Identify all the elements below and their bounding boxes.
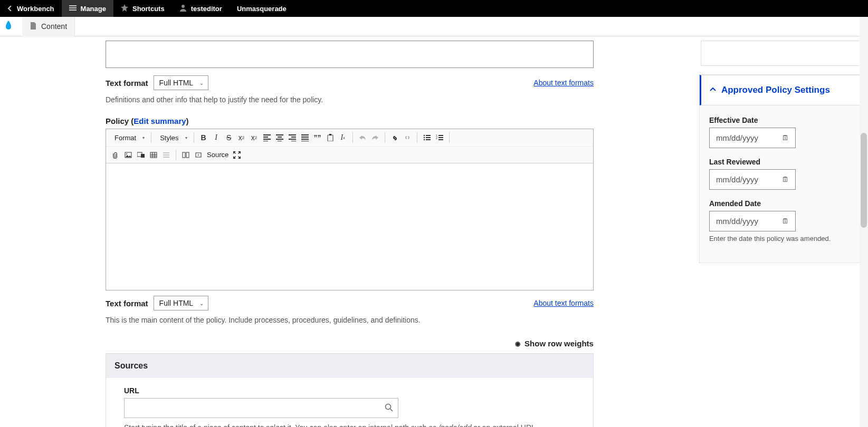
blockquote-button[interactable]: ”” [311, 131, 324, 144]
image-button[interactable] [122, 149, 135, 161]
subscript-button[interactable]: x2 [248, 131, 261, 144]
effective-date-input[interactable]: mm/dd/yyyy 🗓 [709, 128, 796, 148]
italic-button[interactable]: I [210, 131, 223, 144]
chevron-up-icon [710, 85, 716, 95]
effective-date-label: Effective Date [709, 116, 858, 124]
unlink-button[interactable] [401, 131, 414, 144]
bold-button[interactable]: B [197, 131, 210, 144]
content-link[interactable]: Content [22, 17, 75, 36]
redo-button[interactable] [369, 131, 381, 144]
calendar-icon: 🗓 [782, 134, 789, 142]
separator [194, 132, 194, 143]
svg-rect-14 [186, 152, 189, 158]
attachment-button[interactable] [109, 149, 122, 161]
chevron-down-icon: ⌄ [199, 80, 204, 86]
sources-header: Sources [106, 353, 594, 378]
url-help-text: Start typing the title of a piece of con… [124, 423, 575, 427]
link-button[interactable] [388, 131, 401, 144]
policy-field-label: Policy (Edit summary) [106, 117, 594, 125]
url-field-label: URL [124, 386, 575, 395]
main-form: Text format Full HTML ⌄ About text forma… [106, 41, 594, 427]
bullet-list-button[interactable] [421, 131, 433, 144]
star-icon [121, 4, 128, 13]
approved-policy-panel: Approved Policy Settings Effective Date … [699, 74, 868, 263]
policy-richtext-editor: Format Styles B I S x2 x2 ”” Ix [106, 129, 594, 290]
svg-point-4 [423, 137, 424, 138]
last-reviewed-label: Last Reviewed [709, 158, 858, 166]
amended-date-input[interactable]: mm/dd/yyyy 🗓 [709, 211, 796, 231]
definitions-help: Definitions and other info that help to … [106, 95, 594, 104]
svg-rect-2 [329, 134, 331, 135]
last-reviewed-input[interactable]: mm/dd/yyyy 🗓 [709, 169, 796, 190]
styles-dropdown[interactable]: Styles [155, 132, 190, 144]
approved-policy-toggle[interactable]: Approved Policy Settings [700, 75, 867, 105]
show-row-weights-toggle[interactable]: ◉ Show row weights [106, 339, 594, 348]
text-format-select-2[interactable]: Full HTML ⌄ [154, 296, 209, 310]
svg-rect-13 [183, 152, 185, 158]
user-tab[interactable]: testeditor [172, 0, 230, 17]
text-format-value-2: Full HTML [159, 299, 194, 307]
manage-tab[interactable]: Manage [62, 0, 113, 17]
sources-body: URL Start typing the title of a piece of… [106, 378, 594, 427]
editor-toolbar: Format Styles B I S x2 x2 ”” Ix [106, 129, 593, 163]
remove-format-button[interactable]: Ix [337, 131, 349, 144]
strikethrough-button[interactable]: S [223, 131, 235, 144]
calendar-icon: 🗓 [782, 176, 789, 183]
undo-button[interactable] [356, 131, 369, 144]
about-text-formats-1[interactable]: About text formats [533, 79, 594, 87]
svg-point-3 [423, 135, 424, 136]
hamburger-icon [69, 4, 77, 13]
text-format-select-1[interactable]: Full HTML ⌄ [154, 75, 209, 90]
about-text-formats-2[interactable]: About text formats [533, 299, 594, 307]
drupal-icon[interactable] [4, 21, 13, 33]
text-format-value-1: Full HTML [159, 79, 194, 87]
sidebar: Approved Policy Settings Effective Date … [699, 41, 868, 427]
shortcuts-tab[interactable]: Shortcuts [113, 0, 172, 17]
panel-title: Approved Policy Settings [721, 85, 830, 95]
align-left-button[interactable] [261, 131, 273, 144]
unmasquerade-link[interactable]: Unmasquerade [230, 0, 294, 17]
search-icon [385, 403, 393, 413]
shortcuts-label: Shortcuts [132, 5, 165, 13]
text-format-label-1: Text format [106, 79, 148, 88]
align-justify-button[interactable] [299, 131, 311, 144]
svg-point-16 [386, 404, 391, 410]
table-button[interactable] [147, 149, 160, 161]
svg-text:2: 2 [436, 137, 437, 140]
align-center-button[interactable] [273, 131, 286, 144]
maximize-button[interactable] [231, 149, 243, 161]
media-button[interactable] [135, 149, 147, 161]
svg-point-0 [182, 5, 185, 8]
workbench-label: Workbench [17, 5, 54, 13]
separator [417, 132, 417, 143]
svg-point-5 [423, 139, 424, 140]
iframe-button[interactable] [179, 149, 192, 161]
hr-button[interactable] [160, 149, 173, 161]
scrollbar[interactable] [860, 17, 868, 427]
scrollbar-thumb[interactable] [861, 133, 867, 228]
number-list-button[interactable]: 12 [433, 131, 446, 144]
separator [352, 132, 353, 143]
policy-editor-body[interactable] [106, 163, 593, 290]
eye-icon: ◉ [515, 340, 520, 347]
definitions-textarea[interactable] [106, 41, 594, 68]
superscript-button[interactable]: x2 [235, 131, 248, 144]
align-right-button[interactable] [286, 131, 299, 144]
chevron-down-icon: ⌄ [199, 300, 204, 306]
admin-toolbar: Workbench Manage Shortcuts testeditor Un… [0, 0, 868, 17]
format-dropdown[interactable]: Format [109, 132, 148, 144]
back-button[interactable]: Workbench [0, 0, 62, 17]
edit-summary-link[interactable]: Edit summary [133, 117, 186, 125]
user-label: testeditor [191, 5, 222, 13]
paste-button[interactable] [324, 131, 337, 144]
content-label: Content [41, 22, 67, 31]
url-input[interactable] [124, 398, 398, 418]
manage-label: Manage [81, 5, 106, 13]
embed-button[interactable] [192, 149, 205, 161]
user-icon [179, 4, 187, 13]
svg-rect-1 [328, 135, 333, 141]
source-button[interactable]: Source [205, 151, 231, 159]
separator [176, 150, 176, 160]
row-weights-label: Show row weights [524, 339, 594, 348]
separator [151, 132, 151, 143]
